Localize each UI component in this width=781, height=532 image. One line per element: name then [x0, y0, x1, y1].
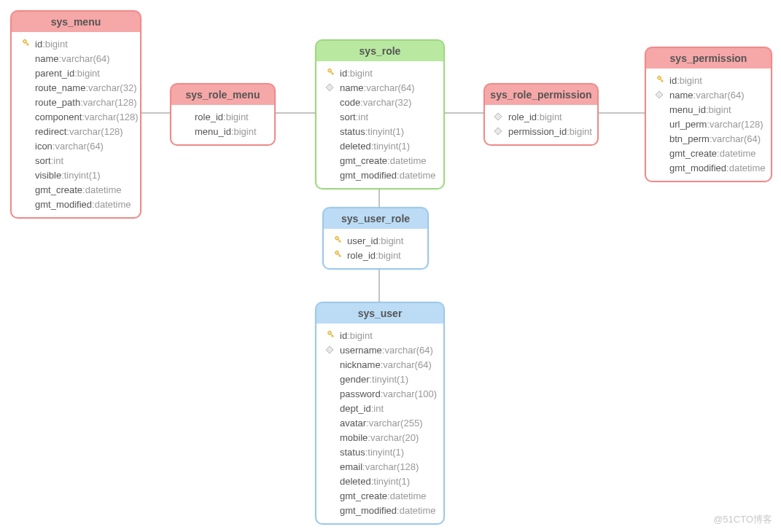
table-title[interactable]: sys_role_menu	[170, 83, 276, 105]
column-row[interactable]: role_id: bigint	[179, 109, 267, 124]
column-row[interactable]: url_perm: varchar(128)	[653, 117, 763, 131]
column-row[interactable]: gmt_create: datetime	[653, 146, 763, 160]
column-row[interactable]: gmt_modified: datetime	[324, 503, 436, 517]
key-icon	[653, 74, 665, 86]
column-row[interactable]: name: varchar(64)	[19, 51, 133, 66]
table-title[interactable]: sys_user_role	[322, 207, 429, 229]
column-name: menu_id	[195, 126, 231, 137]
column-row[interactable]: username: varchar(64)	[324, 343, 436, 357]
column-row[interactable]: deleted: tinyint(1)	[324, 138, 436, 153]
column-name: status	[340, 126, 365, 137]
column-row[interactable]: gmt_create: datetime	[324, 488, 436, 503]
column-name: gmt_modified	[669, 163, 726, 173]
column-type: bigint	[234, 126, 257, 137]
blank-icon	[19, 96, 31, 108]
column-type: datetime	[729, 163, 766, 173]
column-type: varchar(128)	[85, 112, 139, 122]
column-name: route_name	[35, 82, 85, 93]
column-name: id	[35, 39, 42, 50]
column-name: user_id	[347, 235, 378, 246]
blank-icon	[19, 67, 31, 79]
column-row[interactable]: name: varchar(64)	[324, 80, 436, 95]
column-name: route_path	[35, 97, 80, 108]
column-row[interactable]: sort: int	[324, 109, 436, 124]
column-name: url_perm	[669, 119, 707, 130]
column-row[interactable]: user_id: bigint	[331, 233, 420, 248]
column-row[interactable]: avatar: varchar(255)	[324, 415, 436, 430]
column-row[interactable]: gmt_modified: datetime	[653, 160, 763, 175]
column-row[interactable]: gmt_create: datetime	[324, 153, 436, 168]
blank-icon	[19, 52, 31, 64]
key-icon	[324, 329, 335, 341]
column-row[interactable]: route_name: varchar(32)	[19, 80, 133, 95]
er-diagram-canvas: sys_menuid: bigintname: varchar(64)paren…	[0, 0, 781, 532]
column-type: bigint	[680, 75, 702, 86]
table-sys_menu[interactable]: sys_menuid: bigintname: varchar(64)paren…	[10, 10, 141, 219]
column-row[interactable]: menu_id: bigint	[179, 124, 267, 138]
table-title[interactable]: sys_role_permission	[483, 83, 599, 105]
column-row[interactable]: parent_id: bigint	[19, 66, 133, 80]
column-type: bigint	[350, 330, 373, 341]
table-title[interactable]: sys_role	[315, 39, 445, 61]
column-row[interactable]: dept_id: int	[324, 401, 436, 415]
table-sys_role_permission[interactable]: sys_role_permissionrole_id: bigintpermis…	[483, 83, 599, 146]
column-name: redirect	[35, 126, 66, 137]
column-name: icon	[35, 141, 53, 152]
column-row[interactable]: gmt_modified: datetime	[324, 168, 436, 182]
column-row[interactable]: email: varchar(128)	[324, 459, 436, 474]
table-sys_role[interactable]: sys_roleid: bigintname: varchar(64)code:…	[315, 39, 445, 189]
column-name: role_id	[347, 250, 376, 261]
column-name: menu_id	[669, 104, 706, 115]
column-row[interactable]: mobile: varchar(20)	[324, 430, 436, 445]
table-sys_permission[interactable]: sys_permissionid: bigintname: varchar(64…	[645, 47, 772, 182]
column-row[interactable]: id: bigint	[324, 66, 436, 80]
column-row[interactable]: role_id: bigint	[492, 109, 590, 124]
column-name: permission_id	[508, 126, 567, 137]
column-row[interactable]: sort: int	[19, 153, 133, 168]
table-sys_user[interactable]: sys_userid: bigintusername: varchar(64)n…	[315, 302, 445, 525]
column-name: gmt_create	[669, 148, 717, 159]
key-icon	[324, 67, 335, 79]
column-row[interactable]: permission_id: bigint	[492, 124, 590, 138]
column-row[interactable]: role_id: bigint	[331, 248, 420, 262]
column-name: id	[669, 75, 677, 86]
column-row[interactable]: icon: varchar(64)	[19, 138, 133, 153]
column-row[interactable]: password: varchar(100)	[324, 386, 436, 401]
blank-icon	[653, 103, 665, 115]
table-sys_role_menu[interactable]: sys_role_menurole_id: bigintmenu_id: big…	[170, 83, 276, 146]
column-type: varchar(64)	[383, 359, 431, 370]
column-row[interactable]: redirect: varchar(128)	[19, 124, 133, 138]
column-row[interactable]: status: tinyint(1)	[324, 124, 436, 138]
column-row[interactable]: visible: tinyint(1)	[19, 168, 133, 182]
key-icon	[331, 249, 343, 261]
column-row[interactable]: id: bigint	[324, 328, 436, 343]
column-type: varchar(64)	[696, 90, 744, 101]
table-body: id: bigintname: varchar(64)parent_id: bi…	[10, 32, 141, 219]
column-row[interactable]: menu_id: bigint	[653, 102, 763, 117]
column-name: username	[340, 345, 382, 356]
column-row[interactable]: gmt_modified: datetime	[19, 197, 133, 211]
table-title[interactable]: sys_user	[315, 302, 445, 324]
column-name: gmt_modified	[35, 199, 92, 210]
column-row[interactable]: name: varchar(64)	[653, 87, 763, 102]
column-row[interactable]: deleted: tinyint(1)	[324, 474, 436, 488]
table-body: id: bigintusername: varchar(64)nickname:…	[315, 324, 445, 525]
blank-icon	[324, 446, 335, 458]
column-name: nickname	[340, 359, 381, 370]
column-type: tinyint(1)	[368, 447, 404, 458]
column-row[interactable]: component: varchar(128)	[19, 109, 133, 124]
column-row[interactable]: status: tinyint(1)	[324, 445, 436, 459]
column-row[interactable]: id: bigint	[19, 36, 133, 51]
column-row[interactable]: gender: tinyint(1)	[324, 372, 436, 386]
column-row[interactable]: btn_perm: varchar(64)	[653, 131, 763, 146]
table-title[interactable]: sys_menu	[10, 10, 141, 32]
blank-icon	[19, 111, 31, 122]
column-row[interactable]: id: bigint	[653, 73, 763, 87]
table-sys_user_role[interactable]: sys_user_roleuser_id: bigintrole_id: big…	[322, 207, 429, 270]
column-row[interactable]: route_path: varchar(128)	[19, 95, 133, 109]
svg-marker-12	[494, 128, 502, 135]
column-row[interactable]: gmt_create: datetime	[19, 182, 133, 197]
column-row[interactable]: code: varchar(32)	[324, 95, 436, 109]
table-title[interactable]: sys_permission	[645, 47, 772, 69]
column-row[interactable]: nickname: varchar(64)	[324, 357, 436, 372]
